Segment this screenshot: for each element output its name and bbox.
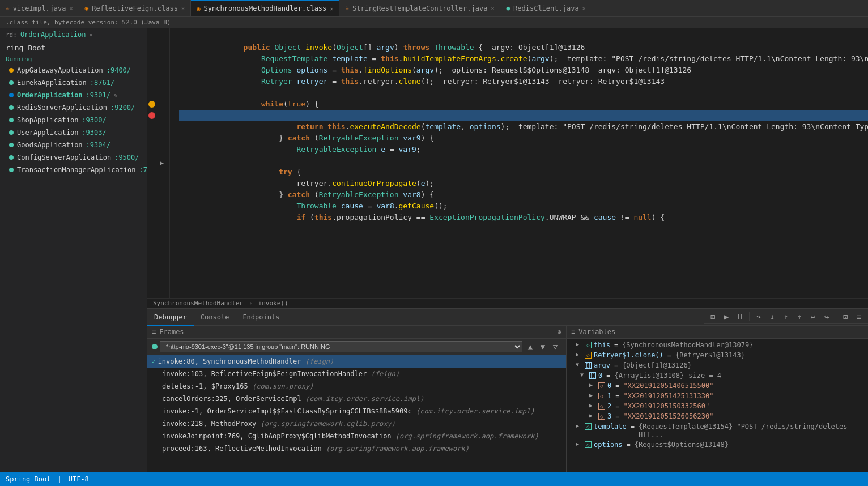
frame-item-1[interactable]: invoke:103, ReflectiveFeign$FeignInvocat…: [147, 368, 566, 380]
bottom-content: ≡ Frames ⊕ *http-nio-9301-exec-3"@11,135…: [147, 326, 868, 484]
sidebar-item-order[interactable]: OrderApplication :9301/ ✎: [0, 89, 147, 101]
code-line-10: RetryableException e = var9;: [179, 133, 868, 144]
app-dot-eureka: [9, 80, 14, 85]
var-expand-argv-3[interactable]: ▶: [589, 412, 596, 419]
sidebar-item-user[interactable]: UserApplication :9303/: [0, 126, 147, 139]
var-name-argv-arr: 0: [598, 372, 602, 380]
var-expand-argv[interactable]: ▼: [576, 361, 582, 368]
sidebar-close-icon[interactable]: ✕: [89, 32, 92, 38]
var-icon-argv-2: ○: [598, 403, 605, 410]
expand-icon[interactable]: ⊕: [558, 328, 561, 336]
tab-reflective[interactable]: ◉ ReflectiveFeign.class ✕: [79, 0, 191, 17]
app-dot-config: [9, 155, 14, 160]
sidebar-item-redis[interactable]: RedisServerApplication :9200/: [0, 101, 147, 114]
toolbar-evaluate-btn[interactable]: ↩: [807, 311, 819, 322]
toolbar-sep-2: [836, 312, 836, 321]
tab-close-reflective[interactable]: ✕: [181, 5, 185, 11]
var-item-argv-1[interactable]: ▶ ○ 1 = "XX201912051425131330": [567, 391, 868, 401]
var-item-argv-0[interactable]: ▶ ○ 0 = "XX201912051406515500": [567, 381, 868, 391]
toolbar-run-to-cursor-btn[interactable]: ↑: [794, 311, 805, 322]
sidebar-app-name: OrderApplication: [20, 31, 86, 39]
tab-close-synchronous[interactable]: ✕: [330, 6, 333, 12]
var-expand-argv-2[interactable]: ▶: [589, 402, 596, 408]
frame-method-6: invokeJoinpoint:769, CglibAopProxy$Cglib…: [162, 432, 539, 440]
sidebar-item-config[interactable]: ConfigServerApplication :9500/: [0, 151, 147, 164]
var-expand-options[interactable]: ▶: [576, 441, 582, 447]
var-item-template[interactable]: ▶ ○ template = {RequestTemplate@13154} "…: [567, 421, 868, 440]
thread-filter-btn[interactable]: ▽: [550, 341, 561, 352]
toolbar-reset-btn[interactable]: ↪: [821, 311, 832, 322]
var-item-argv-3[interactable]: ▶ ○ 3 = "XX201912051526056230": [567, 411, 868, 421]
code-container: ▶ public Object invoke(Object[] argv) th…: [147, 28, 868, 298]
app-edit-order[interactable]: ✎: [114, 92, 117, 99]
thread-arrows: ▲ ▼ ▽: [525, 341, 561, 352]
tab-label: ReflectiveFeign.class: [92, 5, 178, 12]
code-line-7: try {: [179, 99, 868, 110]
class-breadcrumb: SynchronousMethodHandler: [153, 300, 243, 307]
toolbar-step-out-btn[interactable]: ↑: [780, 311, 792, 322]
frame-item-6[interactable]: invokeJoinpoint:769, CglibAopProxy$Cglib…: [147, 430, 566, 442]
var-val-argv-3: "XX201912051526056230": [623, 412, 713, 420]
status-bar: Spring Boot | UTF-8: [0, 472, 868, 486]
code-content[interactable]: public Object invoke(Object[] argv) thro…: [170, 28, 868, 298]
var-name-options: options: [594, 441, 623, 449]
toolbar-restore-btn[interactable]: ⊞: [707, 311, 718, 322]
toolbar-step-over-btn[interactable]: ↷: [753, 311, 764, 322]
thread-select[interactable]: *http-nio-9301-exec-3"@11,135 in group "…: [160, 341, 522, 352]
warning-icon: [148, 101, 155, 108]
file-info-bar: .class file, bytecode version: 52.0 (Jav…: [0, 17, 868, 28]
status-sep: |: [57, 475, 61, 483]
tab-redisclient[interactable]: ● RedisClient.java ✕: [500, 0, 592, 17]
thread-up-btn[interactable]: ▲: [525, 341, 536, 352]
frame-item-7[interactable]: proceed:163, ReflectiveMethodInvocation …: [147, 442, 566, 455]
var-expand-this[interactable]: ▶: [576, 341, 582, 347]
var-item-retryer-clone[interactable]: ▶ ○ Retryer$1.clone() = {Retryer$1@13143…: [567, 350, 868, 360]
app-port-eureka: :8761/: [90, 79, 114, 87]
var-expand-argv-arr[interactable]: ▼: [580, 372, 587, 378]
frame-method-4: invoke:-1, OrderServiceImpl$$FastClassBy…: [162, 407, 534, 415]
toolbar-settings-btn[interactable]: ≡: [853, 311, 865, 322]
frame-item-0[interactable]: ✓ invoke:80, SynchronousMethodHandler (f…: [147, 355, 566, 368]
frame-item-5[interactable]: invoke:218, MethodProxy (org.springframe…: [147, 417, 566, 430]
var-expand-retryer[interactable]: ▶: [576, 351, 582, 357]
sidebar-running-label: Running: [0, 54, 147, 64]
var-expand-template[interactable]: ▶: [576, 423, 582, 429]
var-item-options[interactable]: ▶ ○ options = {Request$Options@13148}: [567, 440, 868, 450]
app-dot-gateway: [9, 68, 14, 73]
app-dot-goods: [9, 143, 14, 147]
sidebar-item-goods[interactable]: GoodsApplication :9304/: [0, 139, 147, 151]
tab-debugger[interactable]: Debugger: [147, 309, 194, 326]
tab-viceimpl[interactable]: ☕ viceImpl.java ✕: [0, 0, 79, 17]
frame-item-2[interactable]: deletes:-1, $Proxy165 (com.sun.proxy): [147, 380, 566, 393]
thread-down-btn[interactable]: ▼: [537, 341, 548, 352]
toolbar-resume-btn[interactable]: ▶: [721, 311, 732, 322]
tab-close-stringrest[interactable]: ✕: [491, 5, 494, 11]
tab-endpoints[interactable]: Endpoints: [236, 309, 286, 326]
toolbar-watch-btn[interactable]: ⊡: [840, 311, 851, 322]
var-expand-argv-1[interactable]: ▶: [589, 392, 596, 398]
tab-stringrest[interactable]: ☕ StringRestTemplateController.java ✕: [339, 0, 500, 17]
var-item-argv-arr[interactable]: ▼ [] 0 = {ArrayList@13108} size = 4: [567, 370, 868, 381]
toolbar-pause-btn[interactable]: ⏸: [734, 311, 746, 322]
tab-java-icon: ☕: [6, 5, 10, 12]
tab-console[interactable]: Console: [194, 309, 236, 326]
var-item-argv-2[interactable]: ▶ ○ 2 = "XX20191205150332560": [567, 401, 868, 411]
tab-close-redis[interactable]: ✕: [582, 5, 586, 11]
var-expand-argv-0[interactable]: ▶: [589, 382, 596, 388]
code-line-13: retryer.continueOrPropagate(e);: [179, 167, 868, 178]
frame-item-3[interactable]: cancelOrders:325, OrderServiceImpl (com.…: [147, 393, 566, 405]
tab-synchronous[interactable]: ◉ SynchronousMethodHandler.class ✕: [191, 0, 339, 17]
sidebar-item-transaction[interactable]: TransactionManagerApplication :7970/: [0, 164, 147, 176]
sidebar-item-gateway[interactable]: AppGatewayApplication :9400/: [0, 64, 147, 76]
tab-close-viceimpl[interactable]: ✕: [70, 5, 73, 11]
code-line-16: if (this.propagationPolicy == ExceptionP…: [179, 201, 868, 212]
var-item-this[interactable]: ▶ ○ this = {SynchronousMethodHandler@130…: [567, 340, 868, 350]
app-name-gateway: AppGatewayApplication: [17, 66, 103, 74]
toolbar-step-into-btn[interactable]: ↓: [767, 311, 778, 322]
app-dot-order: [9, 93, 14, 97]
app-dot-transaction: [9, 168, 14, 172]
sidebar-item-shop[interactable]: ShopApplication :9300/: [0, 114, 147, 126]
var-item-argv[interactable]: ▼ [] argv = {Object[1]@13126}: [567, 360, 868, 370]
sidebar-item-eureka[interactable]: EurekaApplication :8761/: [0, 76, 147, 89]
frame-item-4[interactable]: invoke:-1, OrderServiceImpl$$FastClassBy…: [147, 405, 566, 417]
